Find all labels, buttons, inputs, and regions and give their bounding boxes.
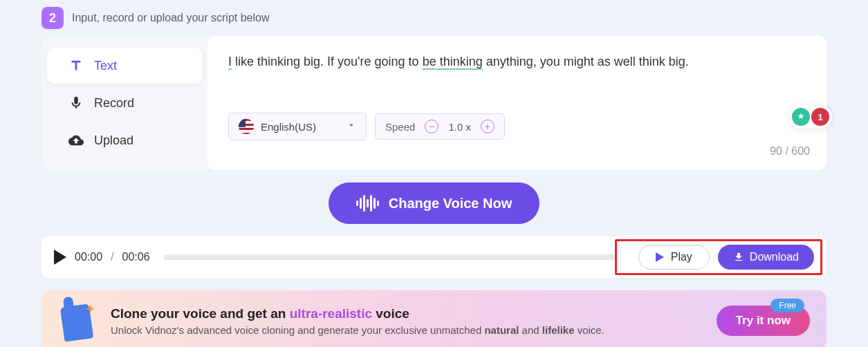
text-icon [68, 57, 84, 74]
download-icon [733, 252, 744, 263]
text-input-area[interactable]: I like thinking big. If you're going to … [207, 36, 827, 170]
free-tag: Free [770, 299, 804, 312]
cta-label: Change Voice Now [389, 196, 513, 212]
try-label: Try it now [736, 314, 791, 327]
promo-title: Clone your voice and get an ultra-realis… [111, 306, 703, 321]
step-title: Input, record or upload your script belo… [72, 12, 269, 24]
download-label: Download [750, 251, 799, 263]
tab-upload[interactable]: Upload [47, 122, 202, 158]
play-button[interactable]: Play [638, 245, 710, 270]
speed-control: Speed − 1.0 x + [375, 113, 505, 140]
language-select[interactable]: English(US) [228, 113, 367, 140]
download-button[interactable]: Download [718, 245, 814, 270]
time-separator: / [111, 251, 113, 263]
promo-content: Clone your voice and get an ultra-realis… [111, 306, 703, 336]
speed-increase-button[interactable]: + [481, 120, 495, 133]
chevron-down-icon [347, 120, 356, 133]
script-word: anything, you might as well think big. [483, 55, 689, 68]
script-input-container: Text Record Upload I like thinking big. … [41, 36, 827, 170]
script-word: be thinking [423, 55, 483, 70]
speed-decrease-button[interactable]: − [425, 120, 438, 133]
promo-banner: ✦ Clone your voice and get an ultra-real… [41, 290, 827, 347]
us-flag-icon [239, 119, 254, 134]
current-time: 00:00 [75, 251, 102, 263]
speed-label: Speed [385, 121, 415, 133]
input-mode-tabs: Text Record Upload [41, 36, 207, 170]
tab-record[interactable]: Record [47, 85, 202, 121]
floating-indicator[interactable]: 1 [789, 105, 832, 129]
play-icon[interactable] [54, 250, 66, 265]
change-voice-button[interactable]: Change Voice Now [329, 182, 540, 224]
step-number-badge: 2 [41, 7, 64, 29]
play-label: Play [671, 251, 692, 263]
try-it-now-button[interactable]: Free Try it now [717, 306, 810, 336]
tab-label: Text [94, 59, 117, 73]
promo-subtitle: Unlock Vidnoz's advanced voice cloning a… [111, 324, 703, 336]
thumbs-up-icon: ✦ [58, 301, 97, 340]
character-counter: 90 / 600 [770, 145, 810, 158]
script-text[interactable]: I like thinking big. If you're going to … [228, 53, 806, 71]
tab-text[interactable]: Text [47, 48, 202, 84]
waveform-icon [356, 195, 379, 212]
tab-label: Record [94, 96, 134, 111]
speed-value: 1.0 x [448, 121, 471, 133]
text-controls: English(US) Speed − 1.0 x + [228, 113, 806, 140]
cloud-upload-icon [68, 132, 84, 149]
language-label: English(US) [261, 121, 316, 133]
mic-icon [68, 95, 84, 111]
progress-bar[interactable] [164, 254, 616, 260]
plus-icon [792, 108, 810, 126]
step-header: 2 Input, record or upload your script be… [41, 7, 827, 29]
tab-label: Upload [94, 133, 133, 148]
count-badge: 1 [811, 108, 829, 126]
script-word: like thinking big. If you're going to [232, 55, 423, 68]
audio-player: 00:00 / 00:06 Play Download [41, 236, 827, 278]
total-time: 00:06 [122, 251, 150, 263]
play-triangle-icon [656, 252, 664, 262]
